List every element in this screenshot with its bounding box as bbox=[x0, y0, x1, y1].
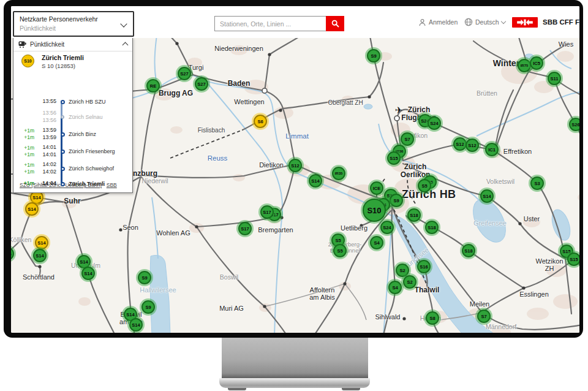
map-line-badge[interactable]: S2 bbox=[403, 275, 417, 289]
layer-select-dropdown[interactable]: Netzkarte Personenverkehr Pünktlichkeit bbox=[13, 11, 134, 37]
stop-row: 13:5613:56Zürich Selnau bbox=[18, 108, 130, 126]
language-selector[interactable]: Deutsch bbox=[464, 6, 505, 38]
map-line-badge[interactable]: S9 bbox=[390, 194, 403, 207]
footer-separator: - bbox=[102, 182, 107, 188]
line-destination: Zürich Triemli bbox=[42, 54, 84, 61]
map-line-badge[interactable]: S5 bbox=[333, 244, 347, 257]
map-line-badge[interactable]: S7 bbox=[477, 309, 491, 323]
stop-name: Zürich HB SZU bbox=[67, 99, 130, 105]
stop-name: Zürich Schweighof bbox=[67, 165, 130, 172]
page: NiederweningenTurgiBadenBrugg AGWettinge… bbox=[0, 0, 588, 391]
timeline-dot bbox=[61, 182, 65, 186]
search-input[interactable] bbox=[214, 16, 326, 31]
timeline-dot bbox=[61, 150, 65, 154]
search-icon bbox=[331, 20, 339, 28]
login-button[interactable]: Anmelden bbox=[418, 6, 458, 38]
map-line-badge[interactable]: S24 bbox=[428, 116, 441, 130]
map-line-badge[interactable]: S14 bbox=[33, 249, 47, 262]
layer-select-title: Netzkarte Personenverkehr bbox=[20, 15, 98, 23]
map-line-badge[interactable]: IC5 bbox=[530, 56, 543, 70]
timeline-dot bbox=[61, 100, 65, 104]
map-line-badge[interactable]: S17 bbox=[238, 222, 252, 235]
stop-row: +1m+1m13:5913:59Zürich Binz bbox=[18, 126, 130, 143]
map-line-badge[interactable]: S16 bbox=[417, 260, 431, 273]
map-line-badge[interactable]: S14 bbox=[129, 318, 143, 332]
map-line-badge[interactable]: S17 bbox=[260, 205, 274, 219]
map-line-badge[interactable]: S27 bbox=[178, 67, 191, 80]
map-line-badge[interactable]: S14 bbox=[309, 174, 322, 188]
map-line-badge[interactable]: S9 bbox=[138, 271, 151, 284]
panel-footer: SZU (Sihltal-Zürich-Uetliberg-Bahn) - SB… bbox=[20, 182, 117, 188]
map-line-badge[interactable]: S4 bbox=[370, 236, 383, 249]
map-line-badge[interactable]: S15 bbox=[387, 151, 401, 165]
map-line-badge[interactable]: S18 bbox=[462, 244, 475, 257]
sbb-link[interactable]: SBB bbox=[107, 182, 117, 188]
sbb-flag-icon bbox=[512, 17, 538, 28]
map-line-badge[interactable]: S27 bbox=[195, 77, 208, 91]
map-line-badge[interactable]: S14 bbox=[25, 202, 39, 216]
map-line-badge[interactable]: S10 bbox=[363, 199, 386, 222]
timeline-dot bbox=[61, 115, 64, 119]
line-number: S 10 (12853) bbox=[42, 63, 75, 69]
screen: NiederweningenTurgiBadenBrugg AGWettinge… bbox=[11, 6, 579, 333]
map-line-badge[interactable]: S12 bbox=[453, 137, 467, 151]
train-icon bbox=[18, 41, 26, 48]
map-line-badge[interactable]: ICE bbox=[370, 181, 383, 195]
map-line-badge[interactable]: S12 bbox=[288, 159, 302, 172]
monitor-bezel: NiederweningenTurgiBadenBrugg AGWettinge… bbox=[4, 0, 583, 338]
line-badge: S10 bbox=[21, 55, 34, 67]
line-summary: S10 Zürich Triemli S 10 (12853) bbox=[13, 51, 132, 72]
panel-header[interactable]: Pünktlichkeit bbox=[13, 37, 132, 51]
map-line-badge[interactable]: S11 bbox=[548, 72, 561, 85]
map-line-badge[interactable]: S3 bbox=[530, 177, 544, 190]
stop-row: +1m+1m14:0214:02Zürich Schweighof bbox=[18, 160, 130, 177]
monitor-foot bbox=[342, 388, 360, 390]
map-line-badge[interactable]: S7 bbox=[401, 132, 414, 146]
map-line-badge[interactable]: S5 bbox=[418, 179, 431, 192]
sbb-logo: SBB CFF FFS bbox=[512, 6, 579, 38]
map-line-badge[interactable]: S8 bbox=[426, 311, 439, 325]
app-header: Netzkarte Personenverkehr Pünktlichkeit bbox=[11, 6, 579, 38]
stop-row: 13:55Zürich HB SZU bbox=[18, 95, 130, 108]
map-line-badge[interactable]: S6 bbox=[254, 115, 267, 128]
timeline-dot bbox=[61, 132, 65, 137]
map-line-badge[interactable]: S9 bbox=[141, 300, 155, 314]
map-line-badge[interactable]: S26 bbox=[569, 118, 579, 131]
map-line-badge[interactable]: IR35 bbox=[332, 167, 345, 180]
map-line-badge[interactable]: S9 bbox=[367, 49, 380, 63]
map-line-badge[interactable]: S18 bbox=[425, 221, 439, 234]
map-line-badge[interactable]: S12 bbox=[466, 139, 479, 152]
stop-row: +1m+1m14:0114:01Zürich Friesenberg bbox=[18, 143, 130, 160]
map-line-badge[interactable]: S18 bbox=[407, 208, 421, 222]
timeline-line bbox=[61, 101, 62, 183]
punctuality-panel: Pünktlichkeit S10 Zürich Triemli S 10 (1… bbox=[13, 37, 133, 193]
language-label: Deutsch bbox=[475, 18, 499, 26]
monitor-stand-base bbox=[219, 378, 370, 388]
panel-title: Pünktlichkeit bbox=[30, 41, 123, 48]
map-line-badge[interactable]: S14 bbox=[35, 236, 48, 249]
map-line-badge[interactable]: IR75 bbox=[518, 59, 531, 72]
globe-icon bbox=[464, 18, 473, 26]
map-line-badge[interactable]: RE bbox=[146, 79, 160, 93]
search-button[interactable] bbox=[326, 16, 344, 31]
user-icon bbox=[418, 18, 426, 26]
map-line-badge[interactable]: S14 bbox=[480, 189, 494, 203]
monitor-foot bbox=[228, 388, 246, 390]
map-line-badge[interactable]: IC1 bbox=[485, 143, 499, 156]
sbb-logo-text: SBB CFF FFS bbox=[543, 18, 579, 26]
timeline-dot bbox=[61, 167, 65, 171]
map-line-badge[interactable]: S24 bbox=[380, 221, 394, 234]
chevron-down-icon bbox=[500, 18, 505, 23]
chevron-down-icon bbox=[120, 20, 127, 27]
map-line-badge[interactable]: S4 bbox=[388, 281, 402, 294]
layer-select-value: Pünktlichkeit bbox=[20, 25, 56, 32]
stop-name: Zürich Friesenberg bbox=[67, 148, 130, 154]
stop-list: 13:55Zürich HB SZU13:5613:56Zürich Selna… bbox=[18, 95, 130, 191]
login-label: Anmelden bbox=[429, 18, 458, 26]
map-line-badge[interactable]: S14 bbox=[81, 267, 95, 280]
map-line-badge[interactable]: S15 bbox=[567, 252, 579, 266]
search-bar bbox=[214, 16, 344, 31]
stop-name: Zürich Binz bbox=[67, 131, 130, 137]
chevron-up-icon bbox=[123, 42, 129, 48]
stop-name: Zürich Selnau bbox=[67, 114, 130, 120]
